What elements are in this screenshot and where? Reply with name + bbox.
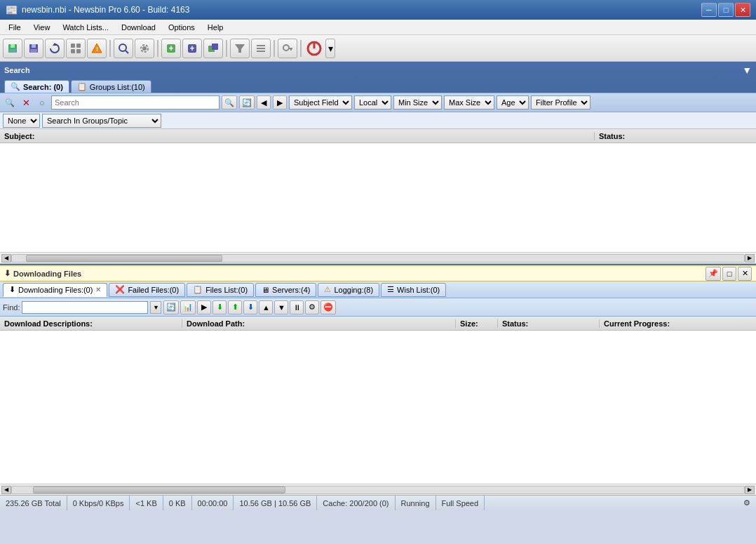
dl-stop-button[interactable]: ⛔ [320, 300, 336, 314]
search-go-button[interactable]: 🔍 [222, 95, 237, 110]
downloading-pin-button[interactable]: 📌 [706, 267, 721, 281]
search-in-dropdown[interactable]: Search In Groups/Topic [42, 114, 161, 128]
add-blue-button[interactable]: + [182, 39, 202, 58]
menu-view[interactable]: View [28, 22, 56, 33]
svg-rect-2 [9, 49, 16, 53]
maximize-button[interactable]: □ [718, 3, 734, 17]
search-input[interactable] [51, 95, 220, 110]
filter-profile-dropdown[interactable]: Filter Profile [531, 95, 590, 110]
subject-field-dropdown[interactable]: Subject Field [289, 95, 352, 110]
dl-tab-close[interactable]: ✕ [95, 286, 101, 293]
add-green-button[interactable]: + [161, 39, 181, 58]
tab-search[interactable]: 🔍 Search: (0) [4, 80, 69, 93]
wish-list-tab-label: Wish List:(0) [397, 286, 440, 294]
dl-settings-button[interactable]: ⚙ [305, 300, 319, 314]
downloading-close-button[interactable]: ✕ [738, 267, 752, 281]
dl-move-down-button[interactable]: ▼ [274, 300, 288, 314]
svg-rect-4 [32, 44, 36, 48]
search-prev-button[interactable]: ◀ [257, 95, 271, 110]
tab-servers[interactable]: 🖥 Servers:(4) [255, 283, 316, 297]
svg-rect-9 [71, 49, 75, 53]
dl-download-green-button[interactable]: ⬇ [212, 300, 227, 314]
search-section: Search ▼ 🔍 Search: (0) 📋 Groups List:(10… [0, 62, 756, 265]
toolbar-separator-4 [274, 40, 275, 57]
save-button[interactable] [24, 39, 43, 58]
subject-column-header: Subject: [0, 132, 595, 140]
scroll-left-button[interactable]: ◀ [1, 254, 11, 263]
save-nbi-button[interactable] [3, 39, 22, 58]
search-collapse-icon[interactable]: ▼ [742, 65, 752, 76]
status-kb: <1 KB [130, 496, 163, 510]
downloading-float-button[interactable]: □ [722, 267, 736, 281]
search-scrollbar-track[interactable] [11, 254, 745, 263]
tab-files-list[interactable]: 📋 Files List:(0) [187, 283, 254, 297]
status-total: 235.26 GB Total [0, 496, 67, 510]
find-dropdown-button[interactable]: ▼ [150, 301, 161, 314]
menu-help[interactable]: Help [202, 22, 229, 33]
dl-tab-icon: ⬇ [9, 285, 15, 294]
search-magnifier-icon: 🔍 [3, 95, 17, 110]
search-filter-row: None Search In Groups/Topic [0, 112, 756, 129]
add-multi-button[interactable] [203, 39, 223, 58]
list-button[interactable] [251, 39, 271, 58]
search-results-body[interactable] [0, 143, 756, 252]
dl-progress-column-header: Current Progress: [600, 319, 756, 328]
dl-scroll-right-button[interactable]: ▶ [745, 486, 755, 494]
toolbar: ! + + ▾ [0, 35, 756, 62]
dl-upload-button[interactable]: ⬆ [228, 300, 242, 314]
menu-options[interactable]: Options [163, 22, 201, 33]
menu-download[interactable]: Download [116, 22, 161, 33]
search-scrollbar-thumb[interactable] [26, 255, 222, 262]
app-icon: 📰 [6, 4, 18, 15]
search-refresh-button[interactable]: 🔄 [239, 95, 255, 110]
tab-wish-list[interactable]: ☰ Wish List:(0) [381, 283, 446, 297]
find-bar: Find: ▼ 🔄 📊 ▶ ⬇ ⬆ ⬇ ▲ ▼ ⏸ ⚙ ⛔ [0, 298, 756, 317]
dl-refresh-button[interactable]: 🔄 [163, 300, 179, 314]
close-button[interactable]: ✕ [735, 3, 750, 17]
max-size-dropdown[interactable]: Max Size [444, 95, 494, 110]
tab-downloading-files[interactable]: ⬇ Downloading Files:(0) ✕ [3, 283, 107, 297]
warning-button[interactable]: ! [87, 39, 107, 58]
scroll-right-button[interactable]: ▶ [745, 254, 755, 263]
dl-scrollbar-thumb[interactable] [33, 486, 285, 493]
source-dropdown[interactable]: Local [354, 95, 391, 110]
refresh-button[interactable] [45, 39, 65, 58]
dl-download-blue-button[interactable]: ⬇ [243, 300, 257, 314]
status-settings-icon[interactable]: ⚙ [485, 496, 756, 510]
filter-button[interactable] [230, 39, 250, 58]
failed-tab-icon: ❌ [115, 285, 125, 294]
tab-failed-files[interactable]: ❌ Failed Files:(0) [109, 283, 185, 297]
groups-list-tab-label: Groups List:(10) [90, 83, 145, 91]
status-gb: 10.56 GB | 10.56 GB [234, 496, 317, 510]
none-dropdown[interactable]: None [3, 114, 40, 128]
dl-move-up-button[interactable]: ▲ [259, 300, 273, 314]
dl-pause-button[interactable]: ⏸ [290, 300, 304, 314]
min-size-dropdown[interactable]: Min Size [393, 95, 442, 110]
dl-scrollbar-track[interactable] [11, 486, 745, 494]
title-bar-left: 📰 newsbin.nbi - Newsbin Pro 6.60 - Build… [6, 4, 189, 15]
tab-groups-list[interactable]: 📋 Groups List:(10) [71, 80, 151, 93]
menu-file[interactable]: File [3, 22, 27, 33]
search-clear-button[interactable]: ○ [35, 95, 49, 110]
browse-button[interactable] [114, 39, 133, 58]
title-bar: 📰 newsbin.nbi - Newsbin Pro 6.60 - Build… [0, 0, 756, 20]
download-results-body[interactable] [0, 331, 756, 484]
toolbar-separator-1 [109, 40, 111, 57]
dl-bar-chart-button[interactable]: 📊 [180, 300, 196, 314]
dl-play-button[interactable]: ▶ [197, 300, 211, 314]
search-stop-button[interactable]: ✕ [19, 95, 33, 110]
dropdown-arrow[interactable]: ▾ [325, 39, 335, 58]
dl-scroll-left-button[interactable]: ◀ [1, 486, 11, 494]
menu-watchlists[interactable]: Watch Lists... [57, 22, 114, 33]
key-button[interactable] [278, 39, 297, 58]
downloading-header: ⬇ Downloading Files 📌 □ ✕ [0, 266, 756, 281]
power-button[interactable] [304, 39, 324, 58]
thumbnail-button[interactable] [66, 39, 86, 58]
search-next-button[interactable]: ▶ [273, 95, 287, 110]
find-input[interactable] [22, 301, 148, 314]
wish-list-tab-icon: ☰ [387, 285, 394, 294]
settings-button[interactable] [135, 39, 154, 58]
minimize-button[interactable]: ─ [701, 3, 717, 17]
age-dropdown[interactable]: Age [497, 95, 529, 110]
tab-logging[interactable]: ⚠ Logging:(8) [318, 283, 379, 297]
